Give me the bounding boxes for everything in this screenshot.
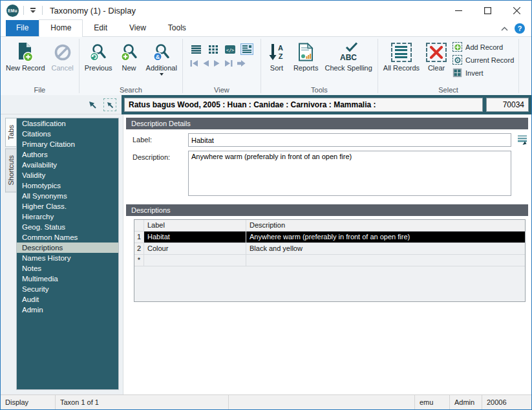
sidebar-item-primary-citation[interactable]: Primary Citation	[17, 139, 118, 149]
sort-az-icon: A Z	[268, 40, 285, 64]
sort-button[interactable]: A Z Sort	[263, 39, 290, 72]
title-bar: EMu Taxonomy (1) - Display	[1, 1, 531, 20]
tab-edit[interactable]: Edit	[83, 20, 118, 36]
select-clear-button[interactable]: Clear	[423, 39, 450, 72]
summary-row: Ratus bagus Wood, 2005 : Huan : Canidae …	[1, 95, 531, 114]
reports-button[interactable]: Reports	[290, 39, 322, 72]
tab-tools[interactable]: Tools	[157, 20, 197, 36]
descriptions-table: Label Description 1HabitatAnywhere warm …	[134, 219, 526, 302]
maximize-button[interactable]	[473, 1, 502, 20]
selection-toolbar	[1, 95, 122, 114]
first-record-icon[interactable]	[190, 59, 198, 67]
sidebar-item-security[interactable]: Security	[17, 284, 118, 294]
sidebar-item-descriptions[interactable]: Descriptions	[17, 243, 118, 253]
new-search-button[interactable]: New	[116, 39, 143, 72]
label-cell[interactable]: Colour	[144, 243, 246, 254]
ribbon-group-file: New Record Cancel File	[1, 37, 79, 95]
sidebar-item-geog-status[interactable]: Geog. Status	[17, 222, 118, 232]
column-header-description[interactable]: Description	[246, 220, 525, 231]
additional-search-button[interactable]: & Additional	[143, 39, 180, 76]
status-port: 20006	[482, 395, 531, 409]
previous-record-icon[interactable]	[202, 59, 209, 67]
close-icon	[513, 7, 520, 14]
row-number-header	[134, 220, 144, 231]
select-pointer-icon[interactable]	[86, 98, 99, 111]
row-number-cell[interactable]: *	[134, 255, 144, 266]
table-row[interactable]: *	[134, 255, 525, 266]
sidebar-item-citations[interactable]: Citations	[17, 129, 118, 139]
svg-text:</>: </>	[226, 47, 235, 52]
form-view-icon[interactable]	[240, 43, 253, 55]
minimize-button[interactable]	[444, 1, 473, 20]
description-details-form: Label: Description: Anywhere warm (prefe…	[126, 129, 528, 200]
sidebar-item-admin[interactable]: Admin	[17, 305, 118, 315]
new-record-button[interactable]: New Record	[3, 39, 48, 72]
window-title: Taxonomy (1) - Display	[50, 6, 136, 16]
select-current-record-button[interactable]: Current Record	[452, 55, 514, 65]
last-record-icon[interactable]	[224, 59, 233, 67]
goto-record-icon[interactable]	[237, 59, 246, 67]
select-invert-button[interactable]: Invert	[452, 68, 514, 78]
tab-file[interactable]: File	[6, 20, 39, 36]
search-new-icon	[120, 40, 138, 64]
previous-search-button[interactable]: Previous	[81, 39, 116, 72]
sidebar-item-common-names[interactable]: Common Names	[17, 232, 118, 243]
sidebar-item-classification[interactable]: Classification	[17, 118, 118, 129]
column-header-label[interactable]: Label	[144, 220, 246, 231]
description-cell[interactable]: Black and yellow	[246, 243, 525, 254]
side-tab-shortcuts[interactable]: Shortcuts	[5, 148, 16, 192]
group-label-select: Select	[378, 86, 518, 94]
status-mode: Display	[1, 395, 56, 409]
select-current-icon	[452, 55, 462, 65]
sidebar-item-notes[interactable]: Notes	[17, 263, 118, 274]
status-record-position: Taxon 1 of 1	[56, 395, 229, 409]
ribbon-group-tools: A Z Sort	[261, 37, 378, 95]
close-button[interactable]	[502, 1, 531, 20]
side-tab-tabs[interactable]: Tabs	[5, 118, 16, 147]
table-row[interactable]: 1HabitatAnywhere warm (preferably in fro…	[134, 232, 525, 243]
tab-home[interactable]: Home	[39, 19, 83, 37]
left-panel: Tabs Shortcuts ClassificationCitationsPr…	[1, 114, 123, 394]
sidebar-item-all-synonyms[interactable]: All Synonyms	[17, 191, 118, 201]
tab-view[interactable]: View	[118, 20, 157, 36]
next-record-icon[interactable]	[213, 59, 220, 67]
sidebar-item-audit[interactable]: Audit	[17, 294, 118, 305]
record-summary-strip: Ratus bagus Wood, 2005 : Huan : Canidae …	[122, 95, 531, 114]
collapse-ribbon-icon[interactable]	[501, 27, 508, 31]
row-number-cell[interactable]: 1	[134, 232, 144, 243]
sidebar-item-authors[interactable]: Authors	[17, 149, 118, 160]
descriptions-header: Descriptions	[126, 204, 528, 216]
quick-access-dropdown-icon[interactable]	[28, 6, 37, 14]
description-cell[interactable]: Anywhere warm (preferably in front of an…	[246, 232, 525, 243]
help-icon[interactable]: ?	[515, 23, 525, 34]
group-label-view: View	[183, 86, 261, 94]
lookup-list-icon[interactable]	[517, 135, 528, 146]
list-view-icon[interactable]	[190, 43, 203, 55]
table-row[interactable]: 2ColourBlack and yellow	[134, 243, 525, 255]
label-cell[interactable]	[144, 255, 246, 266]
label-input[interactable]	[188, 133, 511, 147]
sidebar-item-higher-class[interactable]: Higher Class.	[17, 201, 118, 211]
label-cell[interactable]: Habitat	[144, 232, 246, 243]
select-all-records-button[interactable]: All Records	[380, 39, 423, 72]
row-number-cell[interactable]: 2	[134, 243, 144, 254]
check-spelling-button[interactable]: ABC Check Spelling	[321, 39, 375, 72]
sidebar-item-multimedia[interactable]: Multimedia	[17, 274, 118, 284]
sidebar-item-availability[interactable]: Availability	[17, 160, 118, 170]
sidebar-item-validity[interactable]: Validity	[17, 170, 118, 180]
code-view-icon[interactable]: </>	[224, 43, 237, 55]
status-database: emu	[415, 395, 450, 409]
cancel-icon	[54, 40, 72, 64]
cancel-button[interactable]: Cancel	[48, 39, 77, 72]
grid-view-icon[interactable]	[207, 43, 220, 55]
select-region-icon[interactable]	[103, 98, 116, 111]
sidebar-item-names-history[interactable]: Names History	[17, 253, 118, 263]
select-add-record-button[interactable]: Add Record	[452, 42, 514, 52]
sidebar-item-homotypics[interactable]: Homotypics	[17, 180, 118, 191]
table-header-row: Label Description	[134, 220, 525, 232]
svg-text:Z: Z	[279, 52, 283, 60]
status-bar: Display Taxon 1 of 1 emu Admin 20006	[1, 394, 531, 409]
description-textarea[interactable]: Anywhere warm (preferably in front of an…	[188, 151, 511, 196]
sidebar-item-hierarchy[interactable]: Hierarchy	[17, 211, 118, 222]
description-cell[interactable]	[246, 255, 525, 266]
